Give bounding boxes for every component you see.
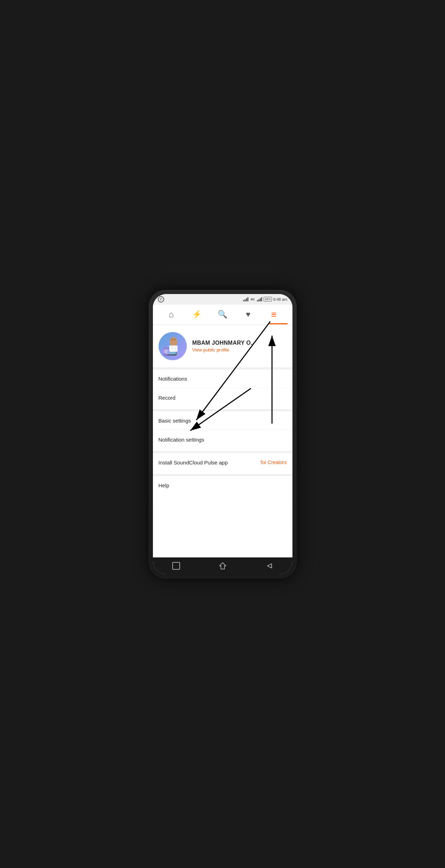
time-display: 6:48 am: [273, 297, 288, 301]
svg-point-8: [171, 338, 173, 340]
profile-section: MBAM JOHNMARY O. View public profile: [153, 325, 292, 369]
bottom-nav-home[interactable]: [218, 561, 228, 571]
signal-bar-7: [260, 298, 261, 301]
signal-bar-5: [257, 300, 258, 301]
phone-device: ✆ 3G 88% 6:48 am: [149, 290, 297, 579]
menu-item-notification-settings[interactable]: Notification settings: [153, 430, 292, 449]
battery-level: 88%: [265, 298, 271, 301]
status-left: ✆: [158, 296, 164, 302]
content-area: MBAM JOHNMARY O. View public profile Not…: [153, 325, 292, 557]
signal-bar-1: [243, 300, 244, 301]
nav-menu[interactable]: ≡: [261, 308, 287, 320]
signal-bars: [243, 297, 248, 301]
menu-section-install: Install SoundCloud Pulse app for Creator…: [153, 453, 292, 472]
menu-icon: ≡: [271, 310, 277, 319]
menu-item-install[interactable]: Install SoundCloud Pulse app for Creator…: [153, 453, 292, 472]
menu-item-help[interactable]: Help: [153, 476, 292, 495]
signal-bars-2: [257, 297, 262, 301]
svg-rect-7: [169, 345, 178, 352]
notification-settings-label: Notification settings: [159, 437, 204, 443]
status-right: 3G 88% 6:48 am: [243, 297, 288, 301]
record-label: Record: [159, 395, 175, 401]
signal-bar-6: [258, 299, 259, 301]
nav-search[interactable]: 🔍: [210, 308, 235, 320]
bottom-nav-back[interactable]: [264, 561, 274, 571]
status-bar: ✆ 3G 88% 6:48 am: [153, 294, 292, 305]
search-icon: 🔍: [218, 310, 227, 319]
back-button-icon: [265, 562, 273, 570]
signal-type: 3G: [251, 298, 255, 301]
svg-marker-12: [220, 563, 226, 569]
lightning-icon: ⚡: [192, 310, 202, 319]
whatsapp-icon: ✆: [158, 296, 164, 302]
avatar-image: [159, 332, 187, 360]
signal-bar-2: [245, 299, 246, 301]
menu-section-2: Basic settings Notification settings: [153, 411, 292, 449]
svg-point-11: [163, 349, 168, 354]
profile-info: MBAM JOHNMARY O. View public profile: [192, 340, 287, 352]
user-avatar[interactable]: [159, 332, 187, 360]
help-label: Help: [159, 482, 169, 488]
menu-item-basic-settings[interactable]: Basic settings: [153, 411, 292, 430]
battery-icon: 88%: [264, 297, 272, 301]
nav-bar: ⌂ ⚡ 🔍 ♥ ≡: [153, 305, 292, 325]
bottom-nav-recents[interactable]: [171, 561, 181, 571]
signal-bar-3: [246, 298, 247, 301]
signal-bar-4: [247, 297, 248, 301]
active-tab-indicator: [269, 323, 288, 324]
install-secondary: for Creators: [261, 460, 287, 465]
notifications-label: Notifications: [159, 376, 187, 382]
bottom-nav: [153, 557, 292, 574]
view-profile-link[interactable]: View public profile: [192, 347, 287, 352]
menu-item-notifications[interactable]: Notifications: [153, 369, 292, 388]
svg-marker-13: [267, 564, 272, 568]
svg-point-9: [174, 338, 175, 340]
heart-icon: ♥: [246, 310, 251, 319]
menu-item-record[interactable]: Record: [153, 388, 292, 407]
menu-section-help: Help: [153, 476, 292, 495]
home-button-icon: [219, 562, 227, 570]
nav-home[interactable]: ⌂: [159, 308, 184, 321]
home-icon: ⌂: [169, 310, 174, 319]
basic-settings-label: Basic settings: [159, 418, 191, 424]
profile-name: MBAM JOHNMARY O.: [192, 340, 287, 346]
menu-section-1: Notifications Record: [153, 369, 292, 407]
nav-feed[interactable]: ⚡: [184, 308, 210, 320]
install-label: Install SoundCloud Pulse app: [159, 460, 228, 466]
signal-bar-8: [261, 297, 262, 301]
nav-likes[interactable]: ♥: [235, 308, 261, 320]
phone-screen: ✆ 3G 88% 6:48 am: [153, 294, 292, 574]
recents-icon: [172, 562, 180, 570]
